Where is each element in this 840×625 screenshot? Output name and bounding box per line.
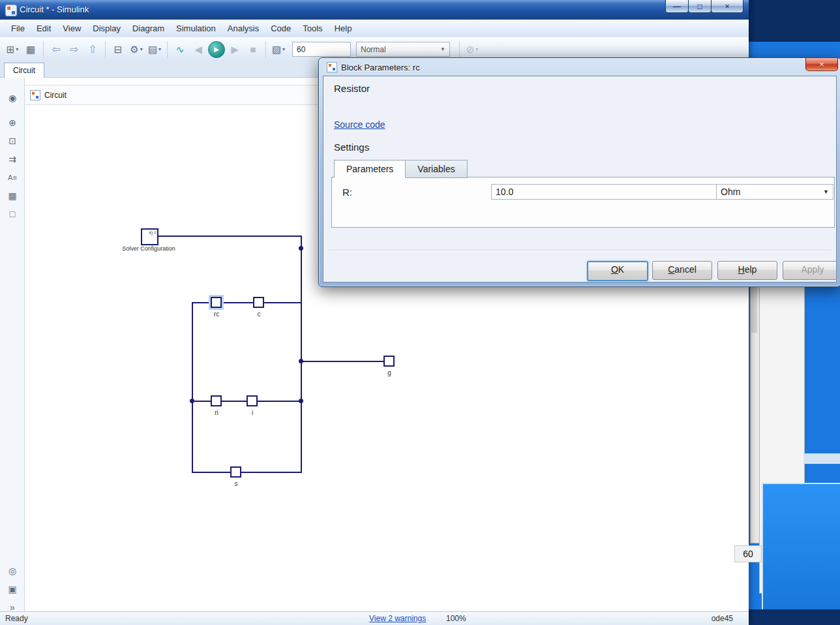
menu-simulation[interactable]: Simulation bbox=[170, 21, 222, 36]
image-icon[interactable]: ▦ bbox=[5, 189, 20, 203]
close-button[interactable]: × bbox=[711, 0, 743, 13]
dialog-close-button[interactable]: × bbox=[805, 58, 838, 71]
connect-button[interactable]: ∿ bbox=[172, 41, 188, 58]
toolbar-separator bbox=[459, 41, 460, 58]
menu-file[interactable]: File bbox=[5, 21, 31, 36]
block-label: c bbox=[249, 311, 269, 318]
explorer-bar-icon[interactable]: ◉ bbox=[5, 91, 20, 105]
block-label: ri bbox=[207, 409, 226, 416]
param-r-label: R: bbox=[342, 187, 352, 198]
block-g[interactable] bbox=[383, 356, 395, 367]
subsystem-window-icon[interactable]: ▣ bbox=[5, 582, 20, 596]
zoom-in-icon[interactable]: ⊕ bbox=[5, 115, 20, 130]
model-icon bbox=[30, 90, 40, 100]
tab-circuit[interactable]: Circuit bbox=[4, 63, 44, 78]
wire bbox=[192, 302, 193, 473]
annotation-icon[interactable]: A≡ bbox=[5, 170, 20, 185]
wire bbox=[301, 361, 385, 362]
apply-button[interactable]: Apply bbox=[783, 261, 837, 280]
update-diagram-icon: ⊘ bbox=[466, 44, 475, 55]
param-r-input[interactable]: 10.0 bbox=[491, 184, 717, 200]
taskbar-fragment bbox=[741, 609, 840, 625]
parameters-panel: R: 10.0 Ohm ▼ bbox=[331, 177, 835, 228]
tab-variables[interactable]: Variables bbox=[406, 160, 467, 178]
settings-heading: Settings bbox=[334, 142, 369, 153]
tab-parameters[interactable]: Parameters bbox=[334, 160, 406, 178]
menu-tools[interactable]: Tools bbox=[297, 21, 328, 36]
stop-button[interactable]: ■ bbox=[245, 41, 262, 58]
simulation-mode-select[interactable]: Normal ▼ bbox=[356, 42, 450, 57]
window-controls: — □ × bbox=[666, 0, 743, 12]
connect-icon: ∿ bbox=[176, 44, 185, 55]
wire bbox=[192, 302, 301, 303]
wire bbox=[157, 236, 301, 237]
area-box-icon[interactable]: □ bbox=[5, 207, 20, 221]
block-i[interactable] bbox=[247, 395, 258, 406]
minimize-button[interactable]: — bbox=[665, 0, 689, 13]
run-button[interactable]: ▶ bbox=[208, 41, 225, 58]
solver-name: ode45 bbox=[712, 614, 733, 623]
dialog-titlebar[interactable]: Block Parameters: rc × bbox=[319, 58, 840, 76]
block-c[interactable] bbox=[253, 297, 264, 308]
library-browser-button[interactable]: ⊟ bbox=[110, 41, 127, 58]
update-diagram-button[interactable]: ⊘▾ bbox=[464, 41, 481, 58]
direction-arrows-icon[interactable]: ⇉ bbox=[5, 152, 20, 166]
new-model-icon: ⊞ bbox=[7, 44, 15, 55]
menu-display[interactable]: Display bbox=[87, 21, 127, 36]
block-parameters-icon bbox=[327, 62, 337, 72]
window-titlebar[interactable]: Circuit * - Simulink — □ × bbox=[0, 0, 749, 20]
menu-analysis[interactable]: Analysis bbox=[222, 21, 265, 36]
menu-code[interactable]: Code bbox=[265, 21, 297, 36]
source-code-link[interactable]: Source code bbox=[334, 119, 385, 130]
maximize-button[interactable]: □ bbox=[688, 0, 712, 13]
close-icon: × bbox=[725, 2, 729, 11]
menu-diagram[interactable]: Diagram bbox=[127, 21, 170, 36]
help-button[interactable]: Help bbox=[717, 261, 777, 280]
background-window-strip bbox=[803, 453, 840, 464]
new-model-button[interactable]: ⊞▾ bbox=[4, 41, 21, 58]
forward-button[interactable]: ⇨ bbox=[66, 41, 83, 58]
param-unit-value: Ohm bbox=[721, 187, 740, 197]
toolbar-separator bbox=[43, 41, 44, 58]
simulation-manager-button[interactable]: ▧▾ bbox=[270, 41, 287, 58]
chevron-down-icon: ▾ bbox=[140, 46, 143, 52]
param-unit-select[interactable]: Ohm ▼ bbox=[716, 184, 833, 200]
block-s[interactable] bbox=[230, 466, 241, 478]
menu-edit[interactable]: Edit bbox=[31, 21, 57, 36]
up-button[interactable]: ⇧ bbox=[84, 41, 101, 58]
breadcrumb-root[interactable]: Circuit bbox=[44, 91, 67, 100]
block-ri[interactable] bbox=[211, 395, 222, 406]
simulink-app-icon bbox=[5, 5, 17, 16]
forward-icon: ⇨ bbox=[70, 43, 78, 55]
background-scrollbar bbox=[750, 285, 760, 543]
wire bbox=[301, 236, 302, 473]
viewmarks-icon[interactable]: ◎ bbox=[5, 564, 20, 578]
background-window-blue bbox=[762, 483, 840, 612]
block-parameters-dialog: Block Parameters: rc × Resistor Source c… bbox=[318, 57, 840, 287]
chevron-down-icon: ▾ bbox=[282, 46, 285, 52]
dialog-title: Block Parameters: rc bbox=[341, 63, 420, 72]
back-button[interactable]: ⇦ bbox=[48, 41, 65, 58]
chevron-down-icon: ▾ bbox=[475, 46, 478, 52]
menu-view[interactable]: View bbox=[57, 21, 87, 36]
fit-to-view-icon[interactable]: ⊡ bbox=[5, 134, 20, 148]
status-ready: Ready bbox=[5, 614, 28, 623]
view-warnings-link[interactable]: View 2 warnings bbox=[369, 614, 426, 623]
save-button[interactable]: ▦ bbox=[22, 41, 39, 58]
menu-help[interactable]: Help bbox=[329, 21, 358, 36]
model-configuration-button[interactable]: ⚙▾ bbox=[128, 41, 145, 58]
chevron-down-icon: ▾ bbox=[16, 46, 18, 52]
status-bar: Ready View 2 warnings 100% ode45 bbox=[0, 611, 749, 625]
block-solver-configuration[interactable]: x) = bbox=[141, 228, 158, 245]
stop-time-input[interactable]: 60 bbox=[292, 42, 351, 57]
dialog-body: Resistor Source code Settings Parameters… bbox=[323, 76, 837, 282]
model-explorer-button[interactable]: ▤▾ bbox=[146, 41, 163, 58]
cancel-button[interactable]: Cancel bbox=[652, 261, 712, 280]
ok-button[interactable]: OK bbox=[587, 261, 648, 281]
step-forward-button[interactable]: ▶ bbox=[226, 41, 243, 58]
step-back-button[interactable]: ◀ bbox=[190, 41, 207, 58]
block-rc[interactable] bbox=[211, 297, 222, 308]
scope-icon: ▧ bbox=[272, 44, 281, 55]
save-icon: ▦ bbox=[26, 44, 35, 55]
chevron-down-icon: ▾ bbox=[158, 46, 161, 52]
